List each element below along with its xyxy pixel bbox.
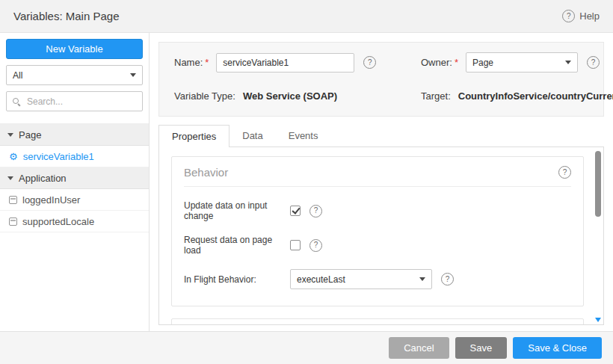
owner-value: Page — [472, 58, 493, 68]
tree-group-application[interactable]: Application — [0, 167, 149, 189]
tree-group-page[interactable]: Page — [0, 124, 149, 146]
new-variable-button[interactable]: New Variable — [6, 39, 143, 59]
type-target-row: Variable Type: Web Service (SOAP) Target… — [174, 90, 588, 102]
help-icon: ? — [562, 10, 575, 22]
chevron-down-icon — [565, 61, 571, 64]
tab-events[interactable]: Events — [276, 125, 331, 147]
help-label: Help — [579, 10, 600, 22]
search-box — [6, 91, 143, 111]
scrollbar[interactable] — [595, 149, 601, 322]
behavior-section-title: Behavior — [184, 166, 228, 179]
tree-item-label: serviceVariable1 — [23, 151, 94, 162]
tab-bar: Properties Data Events — [158, 125, 604, 147]
variable-tree: Page ⚙ serviceVariable1 Application logg… — [0, 123, 149, 232]
in-flight-dropdown[interactable]: executeLast — [290, 269, 432, 289]
update-data-row: Update data on input change ? — [184, 200, 571, 221]
in-flight-label: In Flight Behavior: — [184, 274, 290, 285]
tree-item-servicevariable1[interactable]: ⚙ serviceVariable1 — [0, 146, 149, 167]
name-field-group: Name:* ? — [174, 53, 421, 73]
collapse-icon — [7, 176, 13, 180]
variables-dialog: Variables: Main Page ? Help New Variable… — [0, 0, 613, 364]
behavior-section: Behavior ? Update data on input change ?… — [171, 156, 584, 306]
scrollbar-thumb[interactable] — [595, 151, 601, 217]
target-value: CountryInfoService/countryCurrency — [458, 90, 613, 102]
owner-label-text: Owner: — [421, 57, 452, 68]
in-flight-help-icon[interactable]: ? — [441, 273, 454, 286]
name-input[interactable] — [216, 53, 354, 73]
footer: Cancel Save Save & Close — [0, 331, 613, 364]
page-title: Variables: Main Page — [13, 10, 119, 22]
chevron-down-icon — [419, 277, 425, 281]
name-help-icon[interactable]: ? — [363, 56, 376, 69]
variable-type-value: Web Service (SOAP) — [243, 90, 337, 102]
behavior-help-icon[interactable]: ? — [558, 166, 571, 179]
name-label-text: Name: — [174, 57, 203, 68]
target-label: Target: — [421, 90, 451, 102]
tree-group-label: Application — [19, 173, 67, 184]
in-flight-value: executeLast — [297, 274, 345, 285]
tree-item-supportedlocale[interactable]: supportedLocale — [0, 211, 149, 232]
target-group: Target: CountryInfoService/countryCurren… — [421, 90, 613, 102]
required-marker: * — [455, 57, 458, 68]
owner-help-icon[interactable]: ? — [587, 56, 600, 69]
owner-label: Owner:* — [421, 57, 458, 68]
tree-group-label: Page — [19, 129, 41, 141]
filter-value: All — [13, 70, 22, 81]
gear-icon: ⚙ — [9, 152, 18, 161]
required-marker: * — [205, 57, 209, 68]
collapse-icon — [7, 133, 13, 137]
update-data-help-icon[interactable]: ? — [309, 205, 322, 218]
owner-dropdown[interactable]: Page — [466, 52, 578, 73]
save-close-button[interactable]: Save & Close — [513, 337, 602, 359]
header: Variables: Main Page ? Help — [0, 0, 613, 33]
tab-data[interactable]: Data — [230, 125, 275, 147]
update-data-label: Update data on input change — [184, 200, 290, 221]
in-flight-row: In Flight Behavior: executeLast ? — [184, 269, 571, 289]
tab-properties[interactable]: Properties — [158, 125, 230, 147]
update-data-checkbox[interactable] — [290, 206, 301, 216]
help-link[interactable]: ? Help — [562, 10, 600, 22]
variable-icon — [9, 196, 17, 204]
filter-dropdown[interactable]: All — [6, 65, 143, 85]
tree-item-label: loggedInUser — [22, 194, 80, 206]
main-content: Name:* ? Owner:* Page ? Variable Type: W… — [150, 33, 613, 331]
behavior-section-header: Behavior ? — [184, 166, 571, 187]
variable-type-label: Variable Type: — [174, 90, 235, 102]
variable-type-group: Variable Type: Web Service (SOAP) — [174, 90, 421, 102]
request-data-checkbox[interactable] — [290, 240, 301, 250]
save-button[interactable]: Save — [455, 337, 508, 359]
sidebar: New Variable All Page ⚙ serviceVariable1… — [0, 33, 150, 331]
scroll-down-icon[interactable] — [595, 318, 601, 322]
search-icon — [12, 97, 21, 106]
variable-icon — [9, 218, 17, 226]
request-data-row: Request data on page load ? — [184, 235, 571, 256]
sidebar-controls: New Variable All — [0, 33, 149, 117]
chevron-down-icon — [130, 73, 136, 77]
name-owner-row: Name:* ? Owner:* Page ? — [174, 52, 588, 73]
tree-item-loggedinuser[interactable]: loggedInUser — [0, 189, 149, 211]
cancel-button[interactable]: Cancel — [389, 337, 449, 359]
request-data-help-icon[interactable]: ? — [309, 239, 322, 252]
tree-item-label: supportedLocale — [22, 216, 94, 227]
properties-panel: Behavior ? Update data on input change ?… — [158, 146, 604, 325]
variable-summary-panel: Name:* ? Owner:* Page ? Variable Type: W… — [158, 42, 604, 117]
spinner-section: Spinner ? — [171, 318, 584, 325]
name-label: Name:* — [174, 57, 209, 68]
owner-field-group: Owner:* Page ? — [421, 52, 600, 73]
search-input[interactable] — [25, 96, 137, 108]
request-data-label: Request data on page load — [184, 235, 290, 256]
